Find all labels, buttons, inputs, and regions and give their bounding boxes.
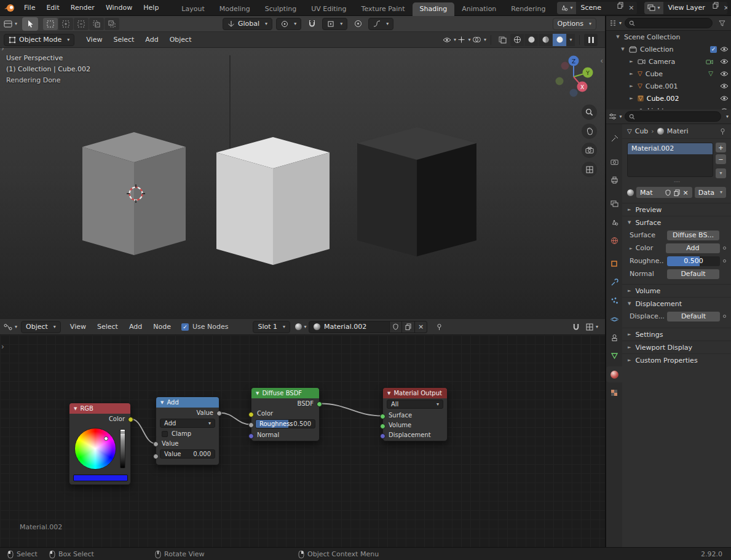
outliner-row-scene-collection[interactable]: ▼ Scene Collection: [606, 31, 731, 43]
tab-texture-paint[interactable]: Texture Paint: [354, 2, 413, 16]
outliner-row-cube[interactable]: ► ▽ Cube ▽: [606, 68, 731, 80]
color-wheel[interactable]: [74, 428, 116, 470]
object-menu[interactable]: Object: [164, 32, 197, 48]
proportional-editing-button[interactable]: [351, 18, 365, 30]
node-add-menu[interactable]: Add: [124, 319, 148, 335]
region-chevron-right[interactable]: ‹: [600, 57, 603, 65]
node-diffuse-bsdf[interactable]: ▼ Diffuse BSDF BSDF Color Roughness 0.50…: [251, 387, 320, 441]
socket-value-input-1[interactable]: [153, 441, 159, 447]
blender-logo-icon[interactable]: [4, 3, 16, 13]
panel-surface[interactable]: ▼ Surface: [622, 216, 731, 229]
tab-world[interactable]: [606, 232, 622, 248]
socket-color-input[interactable]: [248, 412, 254, 417]
color-value-slider[interactable]: [120, 429, 125, 468]
tab-physics[interactable]: [606, 311, 622, 327]
material-name-field[interactable]: Material.002: [309, 321, 390, 333]
disclosure-icon[interactable]: ►: [628, 59, 634, 64]
node-material-output[interactable]: ▼ Material Output All ▾ Surface Volume D…: [382, 387, 448, 441]
move-view-button[interactable]: [582, 124, 597, 139]
select-extend-button[interactable]: [58, 18, 73, 30]
node-rgb[interactable]: ▼ RGB Color: [69, 403, 131, 485]
zoom-button[interactable]: [582, 105, 597, 120]
shading-material-button[interactable]: [539, 34, 552, 46]
view-menu[interactable]: View: [81, 32, 108, 48]
filter-button[interactable]: [715, 17, 729, 30]
pin-button[interactable]: [432, 321, 446, 333]
tab-texture[interactable]: [606, 385, 622, 401]
scene-unlink-icon[interactable]: ×: [626, 2, 636, 14]
shading-wireframe-button[interactable]: [510, 34, 524, 46]
disclosure-icon[interactable]: ▼: [620, 47, 626, 52]
view-layer-selector[interactable]: ▾ View Layer ×: [644, 2, 728, 14]
view-layer-browse-button[interactable]: ▾: [644, 2, 663, 14]
tab-view-layer[interactable]: [606, 195, 622, 211]
options-dropdown[interactable]: Options ▾: [553, 18, 596, 30]
material-sphere-icon[interactable]: [627, 189, 634, 196]
node-node-menu[interactable]: Node: [148, 319, 176, 335]
falloff-dropdown[interactable]: ▾: [368, 18, 393, 30]
shading-solid-button[interactable]: [524, 34, 538, 46]
color-wheel-cursor[interactable]: [104, 436, 108, 441]
xray-toggle-button[interactable]: [496, 34, 509, 46]
breadcrumb-material[interactable]: Materi: [667, 127, 689, 135]
node-snap-grid-dropdown[interactable]: ▾: [585, 321, 599, 333]
cube-right[interactable]: [357, 127, 476, 256]
tab-layout[interactable]: Layout: [174, 2, 211, 16]
scene-browse-button[interactable]: ▾: [557, 2, 576, 14]
tab-object-data[interactable]: [606, 348, 622, 364]
slider-handle[interactable]: [121, 432, 125, 433]
panel-volume[interactable]: ► Volume: [622, 284, 731, 297]
keyframe-dot[interactable]: [723, 259, 726, 262]
tab-animation[interactable]: Animation: [454, 2, 504, 16]
remove-slot-button[interactable]: −: [716, 154, 726, 164]
properties-search-input[interactable]: [625, 111, 721, 122]
shader-editor-type-button[interactable]: ▾: [4, 321, 17, 333]
pause-render-button[interactable]: [584, 34, 598, 46]
tab-output[interactable]: [606, 172, 622, 188]
material-name-field[interactable]: Mat ×: [636, 187, 692, 198]
snap-settings-dropdown[interactable]: ▾: [322, 18, 347, 30]
shading-rendered-button[interactable]: [553, 34, 566, 46]
tab-modifiers[interactable]: [606, 274, 622, 290]
socket-bsdf-output[interactable]: [317, 401, 322, 407]
menu-render[interactable]: Render: [65, 0, 100, 16]
pivot-point-dropdown[interactable]: ▾: [276, 18, 301, 30]
snap-node-button[interactable]: [569, 321, 583, 333]
math-operation-dropdown[interactable]: Add ▾: [160, 419, 215, 428]
socket-color-output[interactable]: [128, 417, 133, 422]
breadcrumb-object[interactable]: Cub: [635, 127, 649, 135]
tab-particles[interactable]: [606, 293, 622, 309]
add-menu[interactable]: Add: [140, 32, 164, 48]
cube-left[interactable]: [82, 132, 186, 255]
outliner-row-camera[interactable]: ► Camera: [606, 55, 731, 68]
viewport-3d[interactable]: Z Y X User Perspective (1) Collection | …: [0, 48, 605, 318]
region-chevron[interactable]: ›: [1, 342, 4, 351]
gizmo-axis-neg-y[interactable]: [556, 77, 564, 85]
node-diffuse-header[interactable]: ▼ Diffuse BSDF: [251, 388, 319, 398]
material-browse-button[interactable]: ▾: [294, 321, 307, 333]
menu-window[interactable]: Window: [100, 0, 138, 16]
region-chevron-left[interactable]: ›: [1, 48, 4, 53]
disclosure-icon[interactable]: ►: [628, 71, 634, 76]
shading-options-caret[interactable]: ▾: [567, 34, 575, 46]
tab-material[interactable]: [606, 366, 622, 382]
select-set-button[interactable]: [43, 18, 58, 30]
math-value-field[interactable]: Value 0.000: [160, 449, 215, 459]
outliner-row-light[interactable]: ► Light: [606, 105, 731, 109]
panel-viewport-display[interactable]: ► Viewport Display: [622, 341, 731, 353]
scene-selector[interactable]: ▾ Scene ×: [557, 2, 637, 14]
add-slot-button[interactable]: +: [716, 143, 726, 152]
shader-type-dropdown[interactable]: Object ▾: [21, 321, 61, 333]
view-layer-copy-icon[interactable]: [710, 2, 721, 14]
new-material-button[interactable]: [402, 321, 415, 333]
select-intersect-button[interactable]: [105, 18, 119, 30]
tab-rendering[interactable]: Rendering: [504, 2, 553, 16]
outliner-type-button[interactable]: ▾: [609, 17, 622, 30]
material-slot-list[interactable]: Material.002: [627, 143, 713, 177]
data-dropdown[interactable]: Data ▾: [695, 187, 726, 198]
panel-displacement[interactable]: ▼ Displacement: [622, 297, 731, 310]
tab-scene[interactable]: [606, 214, 622, 230]
collapse-icon[interactable]: ▼: [160, 400, 164, 405]
normal-input-button[interactable]: Default: [667, 269, 719, 279]
keyframe-dot[interactable]: [723, 246, 726, 250]
